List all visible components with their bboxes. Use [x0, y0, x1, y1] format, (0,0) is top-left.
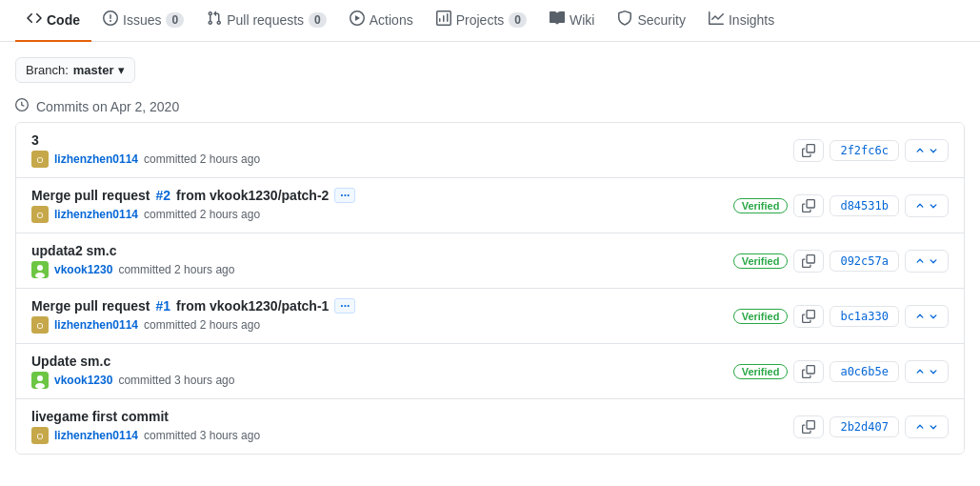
commit-right: Verified a0c6b5e	[733, 360, 949, 383]
issue-icon	[103, 10, 118, 29]
commit-message-text: livegame first commit	[31, 409, 169, 424]
copy-hash-button[interactable]	[793, 194, 824, 217]
actions-icon	[350, 10, 365, 29]
commit-message: Merge pull request #1 from vkook1230/pat…	[31, 298, 733, 314]
commit-message: Merge pull request #2 from vkook1230/pat…	[31, 188, 733, 203]
avatar	[31, 372, 49, 389]
commit-message-text: Update sm.c	[31, 354, 110, 369]
avatar: O	[31, 151, 49, 168]
commit-message: Update sm.c	[31, 354, 733, 369]
commits-list: 3 O lizhenzhen0114 committed 2 hours ago…	[15, 122, 965, 455]
issues-badge: 0	[166, 12, 184, 28]
table-row: Update sm.c vkook1230 committed 3 hours …	[16, 344, 964, 399]
commit-message-text: Merge pull request	[31, 188, 150, 203]
commit-left: livegame first commit O lizhenzhen0114 c…	[31, 409, 793, 444]
commit-author[interactable]: vkook1230	[54, 374, 112, 387]
commit-message-text: Merge pull request	[31, 298, 150, 314]
commit-hash-button[interactable]: a0c6b5e	[830, 361, 899, 382]
avatar	[31, 261, 49, 278]
table-row: livegame first commit O lizhenzhen0114 c…	[16, 399, 964, 454]
browse-button[interactable]	[905, 139, 949, 162]
commit-time: committed 2 hours ago	[144, 318, 260, 332]
nav-label-security: Security	[637, 12, 686, 28]
wiki-icon	[550, 10, 565, 29]
nav-label-projects: Projects	[456, 12, 505, 28]
nav-item-code[interactable]: Code	[15, 0, 91, 42]
avatar: O	[31, 427, 49, 444]
commit-meta: O lizhenzhen0114 committed 3 hours ago	[31, 427, 793, 444]
commit-hash-button[interactable]: 092c57a	[830, 251, 899, 272]
commit-ellipsis[interactable]: ···	[334, 298, 355, 314]
browse-button[interactable]	[905, 415, 949, 438]
commit-time: committed 2 hours ago	[144, 208, 260, 221]
browse-button[interactable]	[905, 194, 949, 217]
nav-item-security[interactable]: Security	[606, 0, 697, 42]
nav-item-wiki[interactable]: Wiki	[538, 0, 606, 42]
commit-author[interactable]: lizhenzhen0114	[54, 208, 138, 221]
commit-link[interactable]: #2	[155, 188, 170, 203]
nav-item-issues[interactable]: Issues 0	[91, 0, 195, 42]
avatar: O	[31, 206, 49, 223]
commit-right: Verified d84531b	[733, 194, 949, 217]
commits-header: Commits on Apr 2, 2020	[0, 91, 980, 122]
nav-item-projects[interactable]: Projects 0	[425, 0, 538, 42]
commit-ellipsis[interactable]: ···	[334, 188, 355, 203]
nav-item-actions[interactable]: Actions	[338, 0, 425, 42]
table-row: 3 O lizhenzhen0114 committed 2 hours ago…	[16, 123, 964, 178]
commit-message-text: 3	[31, 132, 39, 148]
commit-message: updata2 sm.c	[31, 243, 733, 258]
commit-left: updata2 sm.c vkook1230 committed 2 hours…	[31, 243, 733, 278]
commits-date-label: Commits on Apr 2, 2020	[36, 99, 179, 114]
commit-author[interactable]: vkook1230	[54, 263, 112, 276]
commit-author[interactable]: lizhenzhen0114	[54, 429, 138, 442]
copy-hash-button[interactable]	[793, 139, 824, 162]
commit-hash-button[interactable]: 2f2fc6c	[830, 140, 899, 161]
top-nav: Code Issues 0 Pull requests 0 Actions	[0, 0, 980, 42]
commit-meta: vkook1230 committed 3 hours ago	[31, 372, 733, 389]
nav-label-pull-requests: Pull requests	[227, 12, 304, 28]
table-row: Merge pull request #1 from vkook1230/pat…	[16, 289, 964, 344]
browse-button[interactable]	[905, 360, 949, 383]
chevron-down-icon: ▾	[118, 63, 125, 77]
pr-badge: 0	[309, 12, 327, 28]
browse-button[interactable]	[905, 305, 949, 328]
commit-author[interactable]: lizhenzhen0114	[54, 152, 138, 166]
svg-text:O: O	[36, 211, 43, 220]
verified-badge: Verified	[733, 198, 789, 213]
insights-icon	[709, 10, 724, 29]
commit-hash-button[interactable]: d84531b	[830, 195, 899, 216]
commit-time: committed 3 hours ago	[144, 429, 260, 442]
browse-button[interactable]	[905, 250, 949, 273]
svg-point-11	[35, 383, 45, 389]
copy-hash-button[interactable]	[793, 360, 824, 383]
nav-item-insights[interactable]: Insights	[697, 0, 786, 42]
svg-point-5	[37, 265, 43, 271]
branch-label: Branch:	[26, 63, 69, 77]
commit-right: 2b2d407	[793, 415, 949, 438]
commit-right: 2f2fc6c	[793, 139, 949, 162]
commit-right: Verified bc1a330	[733, 305, 949, 328]
copy-hash-button[interactable]	[793, 250, 824, 273]
nav-label-code: Code	[47, 12, 80, 28]
commit-hash-button[interactable]: 2b2d407	[830, 416, 899, 437]
commit-author[interactable]: lizhenzhen0114	[54, 318, 138, 332]
commit-time: committed 3 hours ago	[118, 374, 234, 387]
commit-left: Update sm.c vkook1230 committed 3 hours …	[31, 354, 733, 389]
commit-meta: O lizhenzhen0114 committed 2 hours ago	[31, 151, 793, 168]
commit-message-suffix: from vkook1230/patch-2	[176, 188, 329, 203]
commit-message-text: updata2 sm.c	[31, 243, 116, 258]
svg-text:O: O	[36, 155, 43, 165]
nav-item-pull-requests[interactable]: Pull requests 0	[195, 0, 338, 42]
commit-meta: vkook1230 committed 2 hours ago	[31, 261, 733, 278]
copy-hash-button[interactable]	[793, 415, 824, 438]
commit-hash-button[interactable]: bc1a330	[830, 306, 899, 327]
verified-badge: Verified	[733, 309, 789, 324]
copy-hash-button[interactable]	[793, 305, 824, 328]
commit-time: committed 2 hours ago	[144, 152, 260, 166]
projects-icon	[436, 10, 451, 29]
security-icon	[617, 10, 632, 29]
verified-badge: Verified	[733, 364, 789, 379]
branch-button[interactable]: Branch: master ▾	[15, 57, 135, 83]
code-icon	[27, 10, 42, 29]
commit-link[interactable]: #1	[155, 298, 170, 314]
